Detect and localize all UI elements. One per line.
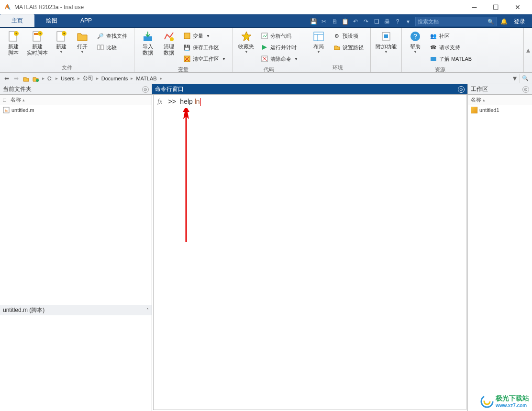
col-header-name: 名称 xyxy=(11,96,21,103)
details-header[interactable]: untitled.m (脚本) ˄ xyxy=(0,305,152,315)
tab-app[interactable]: APP xyxy=(69,14,103,27)
undo-icon[interactable]: ↶ xyxy=(350,16,361,27)
col-header-name: 名称 xyxy=(471,96,481,103)
workspace-variable-row[interactable]: untitled1 xyxy=(468,105,532,115)
new-livescript-button[interactable]: + 新建 实时脚本 xyxy=(24,30,51,57)
command-window-header: 命令行窗口 ⊙ xyxy=(152,84,467,95)
find-files-button[interactable]: 🔎查找文件 xyxy=(95,31,129,41)
workspace-body[interactable]: untitled1 xyxy=(468,105,532,411)
doc-search-box[interactable]: 🔍 xyxy=(415,17,497,26)
svg-rect-10 xyxy=(98,45,100,50)
help-icon[interactable]: ? xyxy=(392,16,403,27)
copy-icon[interactable]: ⎘ xyxy=(329,16,340,27)
learn-icon xyxy=(430,55,437,63)
file-name: untitled.m xyxy=(11,107,34,113)
address-bar: ⬅ ➡ ▸ C:▸ Users▸ 公司▸ Documents▸ MATLAB▸ … xyxy=(0,73,532,84)
doc-search-input[interactable] xyxy=(418,19,488,24)
file-row[interactable]: fx untitled.m xyxy=(0,105,152,115)
annotation-arrow-icon xyxy=(181,108,220,247)
browse-folder-button[interactable] xyxy=(31,74,40,83)
favorites-button[interactable]: 收藏夹 ▼ xyxy=(236,30,257,56)
svg-marker-20 xyxy=(262,45,267,50)
watermark-logo-icon xyxy=(480,395,494,408)
watermark-url: www.xz7.com xyxy=(496,403,529,408)
breadcrumb-c[interactable]: C: xyxy=(46,76,54,81)
dropdown-arrow-icon: ▼ xyxy=(222,57,226,61)
clean-data-button[interactable]: 清理 数据 xyxy=(158,30,179,57)
fx-icon[interactable]: fx xyxy=(157,98,162,105)
run-and-time-button[interactable]: 运行并计时 xyxy=(259,42,300,53)
svg-marker-18 xyxy=(242,32,251,41)
preferences-button[interactable]: ⚙预设项 xyxy=(331,31,366,41)
close-button[interactable]: ✕ xyxy=(507,0,528,14)
group-label-code: 代码 xyxy=(236,65,302,74)
dropdown-arrow-icon: ▼ xyxy=(80,50,84,55)
new-button[interactable]: + 新建 ▼ xyxy=(51,30,72,56)
cut-icon[interactable]: ✂ xyxy=(319,16,329,27)
nav-back-button[interactable]: ⬅ xyxy=(2,74,11,83)
switch-window-icon[interactable]: ❏ xyxy=(371,16,382,27)
minimize-button[interactable]: ─ xyxy=(464,0,485,14)
login-button[interactable]: 登录 xyxy=(509,18,530,26)
chevron-up-icon[interactable]: ˄ xyxy=(146,308,149,313)
collapse-button[interactable]: ⊙ xyxy=(458,86,465,93)
workspace-column-header[interactable]: 名称 ▴ xyxy=(468,95,532,105)
current-folder-body[interactable]: fx untitled.m xyxy=(0,105,152,305)
breadcrumb-matlab[interactable]: MATLAB xyxy=(135,76,157,81)
community-button[interactable]: 👥社区 xyxy=(428,31,474,41)
open-label: 打开 xyxy=(77,44,88,50)
save-workspace-icon: 💾 xyxy=(183,44,191,51)
command-window-title: 命令行窗口 xyxy=(155,85,184,93)
save-workspace-button[interactable]: 💾保存工作区 xyxy=(181,42,228,53)
redo-icon[interactable]: ↷ xyxy=(361,16,371,27)
learn-matlab-button[interactable]: 了解 MATLAB xyxy=(428,54,474,64)
dropdown-arrow-icon: ▼ xyxy=(317,50,321,55)
svg-point-38 xyxy=(481,396,493,407)
qat-dropdown-icon[interactable]: ▾ xyxy=(403,16,413,27)
svg-rect-11 xyxy=(101,45,103,50)
svg-rect-24 xyxy=(314,32,323,41)
breadcrumb-company[interactable]: 公司 xyxy=(82,75,94,82)
collapse-button[interactable]: ⊙ xyxy=(522,86,529,93)
addons-button[interactable]: 附加功能 ▼ xyxy=(374,30,399,56)
compare-icon xyxy=(97,44,104,51)
collapse-button[interactable]: ⊙ xyxy=(142,86,149,93)
set-path-button[interactable]: 设置路径 xyxy=(331,42,366,53)
dropdown-arrow-icon: ▼ xyxy=(384,50,388,55)
help-button[interactable]: ? 帮助 ▼ xyxy=(405,30,426,56)
command-window-body[interactable]: fx >> help ln xyxy=(153,95,466,410)
nav-forward-button[interactable]: ➡ xyxy=(11,74,21,83)
workspace-header: 工作区 ⊙ xyxy=(468,84,532,95)
address-search-button[interactable]: 🔍 xyxy=(520,74,530,83)
compare-button[interactable]: 比较 xyxy=(95,42,129,53)
new-script-button[interactable]: + 新建 脚本 xyxy=(3,30,24,57)
request-support-button[interactable]: ☎请求支持 xyxy=(428,42,474,53)
group-label-file: 文件 xyxy=(3,63,131,72)
breadcrumb-users[interactable]: Users xyxy=(60,76,76,81)
star-icon xyxy=(241,31,252,42)
svg-rect-31 xyxy=(431,57,436,61)
address-dropdown-button[interactable]: ▾ xyxy=(510,74,520,83)
maximize-button[interactable]: ☐ xyxy=(485,0,507,14)
nav-up-button[interactable] xyxy=(21,74,31,83)
clear-commands-button[interactable]: 清除命令▼ xyxy=(259,54,300,64)
tab-home[interactable]: 主页 xyxy=(0,14,34,27)
open-button[interactable]: 打开 ▼ xyxy=(72,30,93,56)
import-data-button[interactable]: 导入 数据 xyxy=(137,30,158,57)
current-folder-column-header[interactable]: □ 名称 ▴ xyxy=(0,95,152,105)
clean-data-icon xyxy=(163,31,175,42)
dropdown-arrow-icon: ▼ xyxy=(244,50,248,55)
variable-button[interactable]: 变量▼ xyxy=(181,31,228,41)
analyze-code-button[interactable]: 分析代码 xyxy=(259,31,300,41)
clear-workspace-button[interactable]: 清空工作区▼ xyxy=(181,54,228,64)
sort-arrow-icon: ▴ xyxy=(483,98,485,102)
search-icon[interactable]: 🔍 xyxy=(488,19,494,25)
tab-plot[interactable]: 绘图 xyxy=(34,14,69,27)
layout-button[interactable]: 布局 ▼ xyxy=(308,30,329,56)
bell-icon[interactable]: 🔔 xyxy=(499,16,509,27)
paste-icon[interactable]: 📋 xyxy=(340,16,350,27)
toolstrip-collapse-button[interactable]: ▴ xyxy=(523,28,532,72)
print-icon[interactable]: 🖶 xyxy=(382,16,392,27)
breadcrumb-documents[interactable]: Documents xyxy=(100,76,129,81)
save-icon[interactable]: 💾 xyxy=(308,16,319,27)
